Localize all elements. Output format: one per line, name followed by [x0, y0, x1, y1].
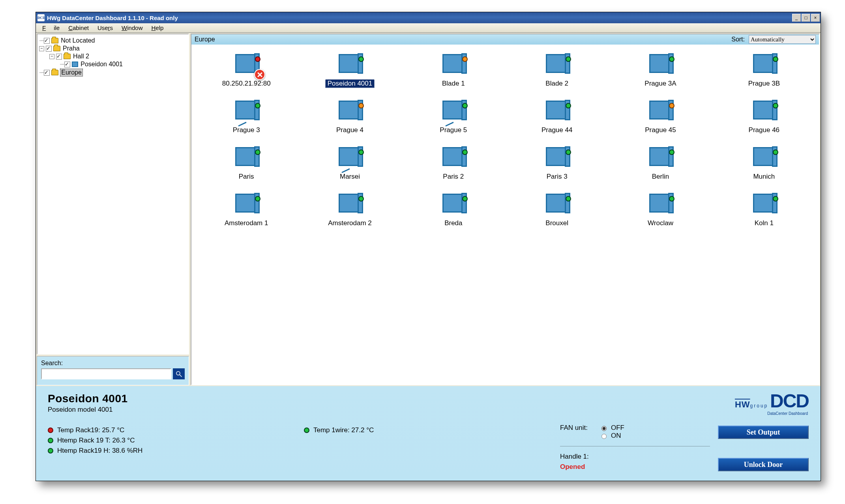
menu-help[interactable]: Help	[147, 24, 167, 32]
cabinet-item[interactable]: Amsterodam 1	[222, 192, 271, 228]
svg-point-0	[176, 371, 180, 375]
window-title: HWg DataCenter Dashboard 1.1.10 - Read o…	[47, 15, 178, 21]
cabinet-item[interactable]: 80.250.21.92:80	[220, 52, 273, 88]
cabinet-icon	[337, 192, 362, 216]
checkbox-icon[interactable]	[56, 54, 62, 60]
cabinet-label: Breda	[442, 219, 465, 228]
cabinet-item[interactable]: Blade 1	[440, 52, 467, 88]
maximize-button[interactable]: □	[802, 14, 810, 22]
cabinet-item[interactable]: Prague 44	[539, 99, 575, 134]
cabinet-label: Prague 44	[539, 126, 575, 134]
cabinet-label: Wroclaw	[645, 219, 676, 228]
cabinet-item[interactable]: Prague 5	[437, 99, 469, 134]
search-icon	[175, 370, 182, 377]
tree-node-poseidon[interactable]: ····· Poseidon 4001	[39, 60, 187, 68]
status-led-green	[462, 149, 468, 155]
cabinet-item[interactable]: Munich	[751, 146, 777, 181]
cabinet-grid: 80.250.21.92:80Poseidon 4001Blade 1Blade…	[191, 45, 819, 385]
cabinet-label: Prague 4	[334, 126, 366, 134]
cabinet-item[interactable]: Prague 45	[643, 99, 678, 134]
tree-node-europe[interactable]: ····· Europe	[39, 68, 187, 77]
fan-off-radio[interactable]: OFF	[600, 424, 624, 432]
cabinet-item[interactable]: Prague 3	[230, 99, 262, 134]
cabinet-item[interactable]: Paris	[234, 146, 259, 181]
menu-cabinet[interactable]: Cabinet	[64, 24, 93, 32]
cabinet-icon	[441, 146, 466, 169]
handle-label: Handle 1:	[560, 453, 710, 461]
handle-state: Opened	[560, 463, 710, 471]
set-output-button[interactable]: Set Output	[718, 426, 809, 439]
cabinet-item[interactable]: Prague 46	[746, 99, 782, 134]
sort-select[interactable]: Automatically	[749, 35, 816, 44]
cabinet-item[interactable]: Koln 1	[751, 192, 777, 228]
cabinet-label: Amsterodam 2	[326, 219, 374, 228]
collapse-icon[interactable]: −	[49, 54, 54, 59]
app-window: DCD HWg DataCenter Dashboard 1.1.10 - Re…	[36, 12, 821, 481]
cabinet-icon	[337, 99, 362, 123]
cabinet-label: Poseidon 4001	[325, 79, 375, 88]
cabinet-item[interactable]: Marsei	[337, 146, 362, 181]
menu-window[interactable]: Window	[118, 24, 146, 32]
status-dot-green	[48, 438, 53, 443]
menu-users[interactable]: Users	[94, 24, 117, 32]
unlock-door-button[interactable]: Unlock Door	[718, 458, 809, 471]
location-path: Europe	[195, 36, 215, 43]
cabinet-icon	[234, 146, 259, 169]
search-button[interactable]	[173, 368, 185, 379]
cabinet-item[interactable]: Blade 2	[543, 52, 571, 88]
sensor-temp-rack19: Temp Rack19: 25.7 °C	[48, 426, 296, 434]
cabinet-item[interactable]: Prague 3B	[746, 52, 782, 88]
cabinet-label: Prague 3B	[746, 79, 782, 88]
main-panel: Europe Sort: Automatically 80.250.21.92:…	[191, 34, 820, 385]
cabinet-item[interactable]: Amsterodam 2	[326, 192, 374, 228]
cabinet-item[interactable]: Poseidon 4001	[325, 52, 375, 88]
cabinet-label: Koln 1	[752, 219, 776, 228]
fan-label: FAN unit:	[560, 424, 588, 432]
cabinet-item[interactable]: Berlin	[648, 146, 673, 181]
checkbox-icon[interactable]	[64, 62, 70, 67]
tree-node-hall2[interactable]: − Hall 2	[39, 52, 187, 60]
checkbox-icon[interactable]	[44, 70, 50, 76]
cabinet-item[interactable]: Paris 2	[440, 146, 466, 181]
cabinet-item[interactable]: Breda	[441, 192, 466, 228]
status-dot-green	[48, 448, 53, 454]
cabinet-label: Blade 2	[543, 79, 571, 88]
cabinet-item[interactable]: Paris 3	[544, 146, 570, 181]
cabinet-label: Prague 3A	[642, 79, 678, 88]
cabinet-icon	[751, 146, 777, 169]
cabinet-icon	[72, 62, 78, 67]
cabinet-icon	[544, 146, 570, 169]
status-led-green	[462, 103, 468, 108]
cabinet-icon	[751, 99, 777, 123]
close-button[interactable]: ×	[811, 14, 820, 22]
folder-icon	[64, 54, 71, 59]
fan-on-radio[interactable]: ON	[600, 432, 624, 440]
cabinet-label: Prague 5	[437, 126, 469, 134]
menu-file[interactable]: File	[38, 24, 64, 32]
menubar: File Cabinet Users Window Help	[36, 23, 821, 33]
cabinet-item[interactable]: Prague 3A	[642, 52, 678, 88]
control-button-col: Set Output Unlock Door	[718, 424, 809, 473]
detail-panel: Poseidon 4001 Poseidon model 4001 HWgrou…	[36, 386, 821, 481]
minimize-button[interactable]: _	[792, 14, 801, 22]
cabinet-item[interactable]: Prague 4	[334, 99, 366, 134]
cabinet-item[interactable]: Brouxel	[543, 192, 571, 228]
cabinet-label: Amsterodam 1	[222, 219, 271, 228]
collapse-icon[interactable]: −	[39, 46, 44, 51]
location-bar: Europe Sort: Automatically	[191, 34, 819, 45]
cabinet-icon	[648, 52, 673, 76]
titlebar[interactable]: DCD HWg DataCenter Dashboard 1.1.10 - Re…	[36, 12, 821, 23]
sensor-temp-1wire: Temp 1wire: 27.2 °C	[304, 426, 552, 434]
tree-panel[interactable]: ····· Not Located − Praha − Hall 2 ···	[37, 34, 189, 355]
checkbox-icon[interactable]	[46, 46, 52, 52]
cabinet-item[interactable]: Wroclaw	[645, 192, 676, 228]
checkbox-icon[interactable]	[44, 38, 50, 44]
tree-node-praha[interactable]: − Praha	[39, 45, 187, 52]
sensor-col-2: Temp 1wire: 27.2 °C	[304, 424, 552, 473]
workarea: ····· Not Located − Praha − Hall 2 ···	[36, 33, 821, 481]
tree-node-not-located[interactable]: ····· Not Located	[39, 37, 187, 45]
status-led-green	[773, 196, 778, 202]
cabinet-icon	[234, 192, 259, 216]
cabinet-icon	[234, 52, 259, 76]
search-input[interactable]	[41, 368, 171, 379]
